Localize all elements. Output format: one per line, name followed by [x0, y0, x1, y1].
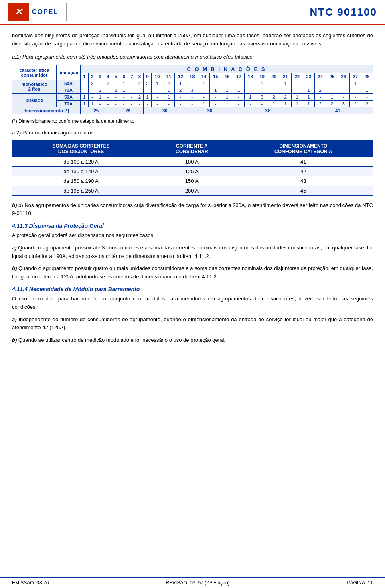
- soma-r4-c3: 45: [234, 186, 373, 195]
- row-50a-2: 50A: [57, 93, 81, 100]
- cn17: 17: [233, 73, 245, 80]
- soma-r1-c2: 100 A: [150, 157, 234, 166]
- table-row: 70A --2-21-- --123-11 1-----12 ---1: [12, 87, 373, 93]
- row-70a-2: 70A: [57, 100, 81, 107]
- cn3: 3: [96, 73, 104, 80]
- soma-r3-c2: 150 A: [150, 176, 234, 186]
- table-row: 70A 11------ -----1-1 ---11112 2322: [12, 100, 373, 107]
- section-411-title: 4.11.3 Dispensa da Proteção Geral: [12, 223, 373, 229]
- cn18: 18: [245, 73, 256, 80]
- cn6: 6: [120, 73, 128, 80]
- section-414-a-label: a): [12, 316, 17, 322]
- section-411-intro: A proteção geral poderá ser dispensada n…: [12, 231, 373, 240]
- cn15: 15: [210, 73, 221, 80]
- soma-r1-c1: de 100 a 120 A: [12, 157, 150, 166]
- section-411-a-text: Quando o agrupamento possuir até 3 consu…: [12, 245, 373, 259]
- cn19: 19: [256, 73, 268, 80]
- soma-col-3: DIMENSIONAMENTOCONFORME CATEGORIA: [234, 140, 373, 157]
- section-411-b-label: b): [12, 265, 17, 271]
- section-b-text: b) b) Nos agrupamentos de unidades consu…: [12, 201, 373, 218]
- footer-revisao: REVISÃO: 06..97 (2 ª Edição): [166, 580, 229, 586]
- cn25: 25: [326, 73, 338, 80]
- col-caracteristica: característicaconsumidor: [12, 65, 57, 80]
- col-combinacoes: C O M B I N A Ç Õ E S: [81, 65, 373, 73]
- table-row: monofásico2 fios 50A -2-2-1-2 3121-1-- -…: [12, 80, 373, 87]
- cn13: 13: [186, 73, 198, 80]
- cn9: 9: [144, 73, 152, 80]
- soma-r4-c1: de 195 a 250 A: [12, 186, 150, 195]
- section-414-b-label: b): [12, 337, 17, 343]
- cn20: 20: [268, 73, 280, 80]
- section-b-content: b) Nos agrupamentos de unidades consumid…: [12, 202, 373, 217]
- cn14: 14: [198, 73, 210, 80]
- soma-r2-c3: 42: [234, 166, 373, 176]
- cn8: 8: [136, 73, 144, 80]
- row-bifasico-label: bifásico: [12, 93, 57, 107]
- row-50a-1: 50A: [57, 80, 81, 87]
- cn22: 22: [291, 73, 303, 80]
- dim-36: 36: [186, 107, 233, 114]
- section-414-b-text: Quando se utilizar centro de medição mod…: [18, 337, 225, 343]
- logo-area: ✕ COPEL: [8, 3, 72, 21]
- dim-25: 25: [81, 107, 112, 114]
- logo-text: COPEL: [32, 8, 58, 16]
- section-411-b-text: Quando o agrupamento possuir quatro ou m…: [12, 265, 373, 280]
- dim-label: dimensionamento (*): [12, 107, 81, 114]
- table-row: bifásico 50A 1-1----2 1-1----1 -132211- …: [12, 93, 373, 100]
- soma-r2-c1: de 130 a 140 A: [12, 166, 150, 176]
- cn28: 28: [361, 73, 373, 80]
- section-b-label: b): [12, 202, 17, 208]
- col-limitacao: limitação: [57, 65, 81, 80]
- page-header: ✕ COPEL NTC 901100: [0, 0, 385, 25]
- cn23: 23: [303, 73, 314, 80]
- cn2: 2: [88, 73, 96, 80]
- cn1: 1: [81, 73, 89, 80]
- cn27: 27: [349, 73, 361, 80]
- soma-correntes-table: SOMA DAS CORRENTESDOS DISJUNTORES CORREN…: [12, 140, 373, 196]
- soma-r4-c2: 200 A: [150, 186, 234, 195]
- logo-icon: ✕: [15, 7, 22, 17]
- section-411-b: b) Quando o agrupamento possuir quatro o…: [12, 264, 373, 281]
- header-title: NTC 901100: [310, 6, 377, 18]
- section-414-a: a) Independente do número de consumidore…: [12, 316, 373, 333]
- section-414-title: 4.11.4 Necessidade de Módulo para Barram…: [12, 286, 373, 292]
- soma-r3-c1: de 150 a 190 A: [12, 176, 150, 186]
- soma-col-2: CORRENTE ACONSIDERAR: [150, 140, 234, 157]
- cn5: 5: [112, 73, 120, 80]
- row-monofasico-label: monofásico2 fios: [12, 80, 57, 93]
- header-divider: [66, 3, 67, 21]
- dim-38: 38: [233, 107, 303, 114]
- cn11: 11: [163, 73, 175, 80]
- soma-r1-c3: 41: [234, 157, 373, 166]
- cn26: 26: [338, 73, 349, 80]
- footnote-text: (*) Dimensionamento conforme categoria d…: [12, 118, 373, 124]
- table-row: de 100 a 120 A 100 A 41: [12, 157, 373, 166]
- cn21: 21: [280, 73, 291, 80]
- section-414-a-text: Independente do número de consumidores d…: [12, 316, 373, 331]
- cn16: 16: [221, 73, 233, 80]
- main-content: nominais dos disjuntores de proteção ind…: [0, 25, 385, 373]
- soma-r3-c3: 43: [234, 176, 373, 186]
- cn10: 10: [152, 73, 163, 80]
- cn7: 7: [128, 73, 136, 80]
- page-footer: EMISSÃO: 08.76 REVISÃO: 06..97 (2 ª Ediç…: [0, 577, 385, 588]
- soma-r2-c2: 125 A: [150, 166, 234, 176]
- combinations-table: característicaconsumidor limitação C O M…: [12, 65, 373, 114]
- cn4: 4: [104, 73, 112, 80]
- section-411-a: a) Quando o agrupamento possuir até 3 co…: [12, 244, 373, 261]
- footer-pagina: PÁGINA: 11: [347, 580, 373, 586]
- dim-41: 41: [303, 107, 373, 114]
- table-row: de 130 a 140 A 125 A 42: [12, 166, 373, 176]
- footer-emissao: EMISSÃO: 08.76: [12, 580, 49, 586]
- section-414-b: b) Quando se utilizar centro de medição …: [12, 336, 373, 345]
- table-row: de 150 a 190 A 150 A 43: [12, 176, 373, 186]
- dimensionamento-row: dimensionamento (*) 25 28 30 36 38 41: [12, 107, 373, 114]
- table-row: de 195 a 250 A 200 A 45: [12, 186, 373, 195]
- section-a2-label: a.2) Para os demais agrupamentos:: [12, 130, 373, 136]
- intro-paragraph: nominais dos disjuntores de proteção ind…: [12, 32, 373, 47]
- logo-box: ✕: [8, 3, 29, 21]
- section-a1-label: a.1) Para agrupamento com até três unida…: [12, 53, 373, 61]
- cn24: 24: [314, 73, 326, 80]
- section-411-a-label: a): [12, 245, 17, 251]
- section-414-intro: O uso de módulo para barramento em conju…: [12, 295, 373, 312]
